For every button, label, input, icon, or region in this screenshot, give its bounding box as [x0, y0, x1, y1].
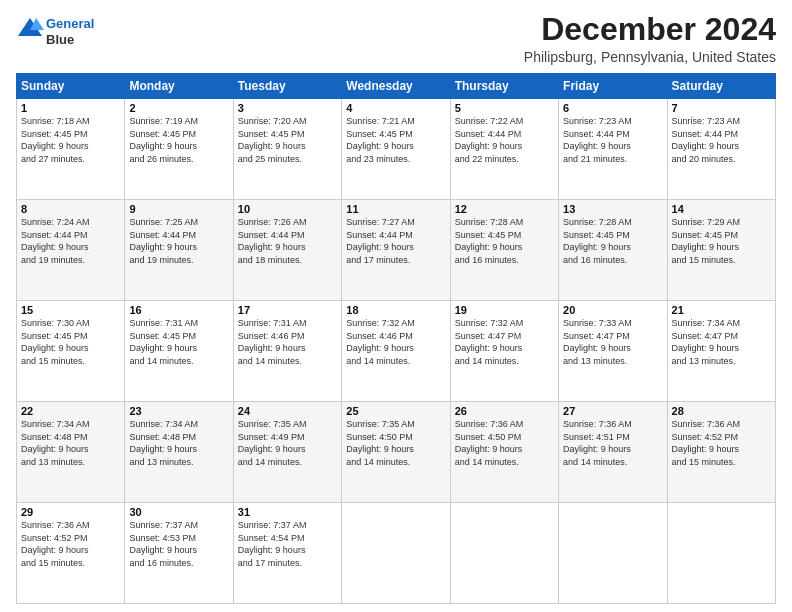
day-number: 5 — [455, 102, 554, 114]
day-info: Sunrise: 7:37 AMSunset: 4:54 PMDaylight:… — [238, 519, 337, 569]
day-number: 19 — [455, 304, 554, 316]
day-number: 31 — [238, 506, 337, 518]
day-info: Sunrise: 7:23 AMSunset: 4:44 PMDaylight:… — [563, 115, 662, 165]
day-cell — [667, 503, 775, 604]
day-cell: 7Sunrise: 7:23 AMSunset: 4:44 PMDaylight… — [667, 99, 775, 200]
calendar-header-row: SundayMondayTuesdayWednesdayThursdayFrid… — [17, 74, 776, 99]
day-info: Sunrise: 7:30 AMSunset: 4:45 PMDaylight:… — [21, 317, 120, 367]
day-info: Sunrise: 7:36 AMSunset: 4:51 PMDaylight:… — [563, 418, 662, 468]
day-cell: 20Sunrise: 7:33 AMSunset: 4:47 PMDayligh… — [559, 301, 667, 402]
day-cell: 2Sunrise: 7:19 AMSunset: 4:45 PMDaylight… — [125, 99, 233, 200]
day-cell: 3Sunrise: 7:20 AMSunset: 4:45 PMDaylight… — [233, 99, 341, 200]
day-cell: 1Sunrise: 7:18 AMSunset: 4:45 PMDaylight… — [17, 99, 125, 200]
logo-text: General Blue — [46, 16, 94, 47]
day-cell: 24Sunrise: 7:35 AMSunset: 4:49 PMDayligh… — [233, 402, 341, 503]
day-cell: 19Sunrise: 7:32 AMSunset: 4:47 PMDayligh… — [450, 301, 558, 402]
day-number: 29 — [21, 506, 120, 518]
day-info: Sunrise: 7:28 AMSunset: 4:45 PMDaylight:… — [563, 216, 662, 266]
week-row-2: 15Sunrise: 7:30 AMSunset: 4:45 PMDayligh… — [17, 301, 776, 402]
day-cell: 31Sunrise: 7:37 AMSunset: 4:54 PMDayligh… — [233, 503, 341, 604]
day-info: Sunrise: 7:24 AMSunset: 4:44 PMDaylight:… — [21, 216, 120, 266]
day-number: 6 — [563, 102, 662, 114]
day-number: 15 — [21, 304, 120, 316]
day-number: 4 — [346, 102, 445, 114]
day-number: 28 — [672, 405, 771, 417]
month-title: December 2024 — [524, 12, 776, 47]
day-number: 27 — [563, 405, 662, 417]
day-cell: 23Sunrise: 7:34 AMSunset: 4:48 PMDayligh… — [125, 402, 233, 503]
day-cell: 13Sunrise: 7:28 AMSunset: 4:45 PMDayligh… — [559, 200, 667, 301]
day-info: Sunrise: 7:33 AMSunset: 4:47 PMDaylight:… — [563, 317, 662, 367]
col-header-wednesday: Wednesday — [342, 74, 450, 99]
logo-icon — [16, 16, 44, 40]
week-row-0: 1Sunrise: 7:18 AMSunset: 4:45 PMDaylight… — [17, 99, 776, 200]
day-number: 10 — [238, 203, 337, 215]
day-cell: 12Sunrise: 7:28 AMSunset: 4:45 PMDayligh… — [450, 200, 558, 301]
day-number: 3 — [238, 102, 337, 114]
day-cell: 11Sunrise: 7:27 AMSunset: 4:44 PMDayligh… — [342, 200, 450, 301]
day-info: Sunrise: 7:19 AMSunset: 4:45 PMDaylight:… — [129, 115, 228, 165]
day-number: 14 — [672, 203, 771, 215]
day-cell: 25Sunrise: 7:35 AMSunset: 4:50 PMDayligh… — [342, 402, 450, 503]
day-info: Sunrise: 7:22 AMSunset: 4:44 PMDaylight:… — [455, 115, 554, 165]
day-number: 2 — [129, 102, 228, 114]
col-header-sunday: Sunday — [17, 74, 125, 99]
day-info: Sunrise: 7:23 AMSunset: 4:44 PMDaylight:… — [672, 115, 771, 165]
week-row-1: 8Sunrise: 7:24 AMSunset: 4:44 PMDaylight… — [17, 200, 776, 301]
day-number: 1 — [21, 102, 120, 114]
day-cell: 30Sunrise: 7:37 AMSunset: 4:53 PMDayligh… — [125, 503, 233, 604]
day-number: 20 — [563, 304, 662, 316]
day-info: Sunrise: 7:31 AMSunset: 4:46 PMDaylight:… — [238, 317, 337, 367]
day-number: 11 — [346, 203, 445, 215]
day-info: Sunrise: 7:27 AMSunset: 4:44 PMDaylight:… — [346, 216, 445, 266]
col-header-saturday: Saturday — [667, 74, 775, 99]
day-info: Sunrise: 7:26 AMSunset: 4:44 PMDaylight:… — [238, 216, 337, 266]
day-cell: 18Sunrise: 7:32 AMSunset: 4:46 PMDayligh… — [342, 301, 450, 402]
day-cell: 14Sunrise: 7:29 AMSunset: 4:45 PMDayligh… — [667, 200, 775, 301]
week-row-3: 22Sunrise: 7:34 AMSunset: 4:48 PMDayligh… — [17, 402, 776, 503]
day-info: Sunrise: 7:35 AMSunset: 4:49 PMDaylight:… — [238, 418, 337, 468]
day-number: 24 — [238, 405, 337, 417]
day-cell: 16Sunrise: 7:31 AMSunset: 4:45 PMDayligh… — [125, 301, 233, 402]
page: General Blue December 2024 Philipsburg, … — [0, 0, 792, 612]
day-cell: 5Sunrise: 7:22 AMSunset: 4:44 PMDaylight… — [450, 99, 558, 200]
day-info: Sunrise: 7:36 AMSunset: 4:50 PMDaylight:… — [455, 418, 554, 468]
calendar-table: SundayMondayTuesdayWednesdayThursdayFrid… — [16, 73, 776, 604]
day-number: 12 — [455, 203, 554, 215]
day-info: Sunrise: 7:25 AMSunset: 4:44 PMDaylight:… — [129, 216, 228, 266]
day-info: Sunrise: 7:18 AMSunset: 4:45 PMDaylight:… — [21, 115, 120, 165]
day-number: 30 — [129, 506, 228, 518]
day-number: 25 — [346, 405, 445, 417]
day-cell: 27Sunrise: 7:36 AMSunset: 4:51 PMDayligh… — [559, 402, 667, 503]
day-info: Sunrise: 7:20 AMSunset: 4:45 PMDaylight:… — [238, 115, 337, 165]
day-cell: 26Sunrise: 7:36 AMSunset: 4:50 PMDayligh… — [450, 402, 558, 503]
day-info: Sunrise: 7:36 AMSunset: 4:52 PMDaylight:… — [21, 519, 120, 569]
day-cell — [450, 503, 558, 604]
day-number: 16 — [129, 304, 228, 316]
week-row-4: 29Sunrise: 7:36 AMSunset: 4:52 PMDayligh… — [17, 503, 776, 604]
day-info: Sunrise: 7:34 AMSunset: 4:47 PMDaylight:… — [672, 317, 771, 367]
day-info: Sunrise: 7:28 AMSunset: 4:45 PMDaylight:… — [455, 216, 554, 266]
day-number: 7 — [672, 102, 771, 114]
day-number: 17 — [238, 304, 337, 316]
day-cell: 4Sunrise: 7:21 AMSunset: 4:45 PMDaylight… — [342, 99, 450, 200]
col-header-tuesday: Tuesday — [233, 74, 341, 99]
col-header-monday: Monday — [125, 74, 233, 99]
day-info: Sunrise: 7:34 AMSunset: 4:48 PMDaylight:… — [21, 418, 120, 468]
day-cell: 28Sunrise: 7:36 AMSunset: 4:52 PMDayligh… — [667, 402, 775, 503]
day-info: Sunrise: 7:34 AMSunset: 4:48 PMDaylight:… — [129, 418, 228, 468]
day-cell: 15Sunrise: 7:30 AMSunset: 4:45 PMDayligh… — [17, 301, 125, 402]
day-info: Sunrise: 7:32 AMSunset: 4:47 PMDaylight:… — [455, 317, 554, 367]
day-info: Sunrise: 7:31 AMSunset: 4:45 PMDaylight:… — [129, 317, 228, 367]
col-header-thursday: Thursday — [450, 74, 558, 99]
day-info: Sunrise: 7:37 AMSunset: 4:53 PMDaylight:… — [129, 519, 228, 569]
day-cell — [559, 503, 667, 604]
day-cell: 8Sunrise: 7:24 AMSunset: 4:44 PMDaylight… — [17, 200, 125, 301]
day-cell: 17Sunrise: 7:31 AMSunset: 4:46 PMDayligh… — [233, 301, 341, 402]
title-section: December 2024 Philipsburg, Pennsylvania,… — [524, 12, 776, 65]
day-cell: 9Sunrise: 7:25 AMSunset: 4:44 PMDaylight… — [125, 200, 233, 301]
day-number: 13 — [563, 203, 662, 215]
logo: General Blue — [16, 16, 94, 47]
location: Philipsburg, Pennsylvania, United States — [524, 49, 776, 65]
day-cell: 22Sunrise: 7:34 AMSunset: 4:48 PMDayligh… — [17, 402, 125, 503]
